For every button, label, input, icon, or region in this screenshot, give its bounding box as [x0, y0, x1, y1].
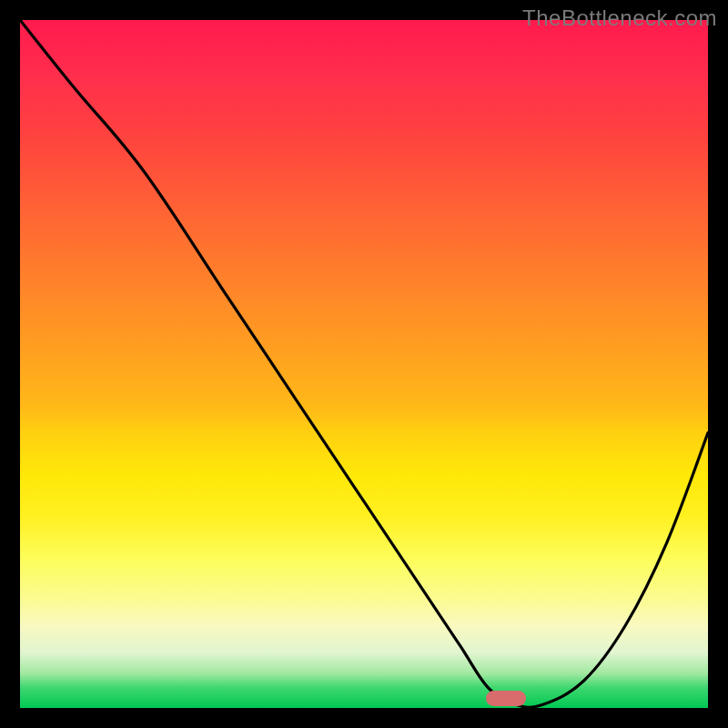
- chart-gradient-background: [20, 20, 708, 708]
- watermark-text: TheBottleneck.com: [522, 5, 717, 31]
- bottleneck-curve: [20, 20, 708, 708]
- optimal-point-marker: [486, 691, 526, 706]
